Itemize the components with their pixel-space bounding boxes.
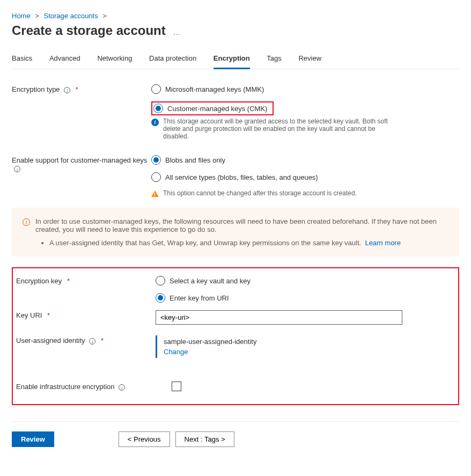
infra-encryption-checkbox[interactable]	[172, 382, 181, 391]
info-text: This storage account will be granted acc…	[163, 118, 394, 140]
label-text: Key URI	[16, 311, 42, 319]
identity-display: sample-user-assigned-identity Change	[156, 335, 455, 358]
highlight-frame-2: Encryption key * Select a key vault and …	[12, 267, 459, 405]
review-button[interactable]: Review	[12, 431, 54, 447]
info-icon: i	[23, 218, 30, 226]
more-actions-icon[interactable]: …	[173, 28, 181, 36]
tab-data-protection[interactable]: Data protection	[149, 50, 196, 68]
encryption-type-label: Encryption type i *	[12, 84, 151, 93]
prereq-bullet: A user-assigned identity that has Get, W…	[49, 239, 448, 247]
breadcrumb-home[interactable]: Home	[12, 12, 31, 20]
radio-icon	[151, 84, 161, 94]
tab-advanced[interactable]: Advanced	[49, 50, 80, 68]
key-uri-label: Key URI *	[16, 310, 156, 319]
infra-encryption-label: Enable infrastructure encryption i	[16, 382, 172, 391]
radio-label: Microsoft-managed keys (MMK)	[165, 85, 264, 93]
label-text: User-assigned identity	[16, 336, 85, 345]
cmk-info-banner: i This storage account will be granted a…	[151, 118, 459, 140]
radio-icon-selected	[151, 155, 161, 165]
footer-buttons: Review < Previous Next : Tags >	[12, 431, 459, 447]
key-uri-input[interactable]	[156, 310, 402, 325]
tab-review[interactable]: Review	[298, 50, 321, 68]
radio-icon	[156, 276, 165, 285]
tab-tags[interactable]: Tags	[267, 50, 281, 68]
info-icon[interactable]: i	[14, 166, 20, 172]
radio-mmk[interactable]: Microsoft-managed keys (MMK)	[151, 84, 459, 94]
tab-bar: Basics Advanced Networking Data protecti…	[12, 50, 459, 69]
footer-separator	[12, 421, 459, 422]
radio-enter-uri[interactable]: Enter key from URI	[156, 293, 455, 303]
support-warning: This option cannot be changed after this…	[151, 189, 459, 197]
required-indicator: *	[47, 311, 50, 319]
radio-icon-selected	[156, 293, 165, 303]
radio-icon-selected	[153, 104, 163, 113]
info-icon: i	[151, 119, 159, 126]
highlight-frame: Customer-managed keys (CMK)	[151, 101, 274, 115]
next-button[interactable]: Next : Tags >	[175, 431, 234, 447]
tab-networking[interactable]: Networking	[97, 50, 132, 68]
radio-cmk[interactable]: Customer-managed keys (CMK)	[153, 104, 267, 113]
radio-blobs-files[interactable]: Blobs and files only	[151, 155, 459, 165]
label-text: Enable infrastructure encryption	[16, 383, 115, 391]
breadcrumb: Home > Storage accounts >	[12, 12, 459, 20]
learn-more-link[interactable]: Learn more	[365, 239, 400, 247]
radio-select-keyvault[interactable]: Select a key vault and key	[156, 276, 455, 285]
info-icon[interactable]: i	[64, 87, 70, 93]
info-icon[interactable]: i	[89, 338, 95, 345]
label-text: Encryption key	[16, 277, 62, 285]
warning-text: This option cannot be changed after this…	[163, 189, 357, 197]
page-title: Create a storage account	[12, 23, 166, 38]
warning-icon	[151, 191, 159, 197]
radio-icon	[151, 172, 161, 182]
encryption-key-label: Encryption key *	[16, 276, 156, 285]
breadcrumb-storage-accounts[interactable]: Storage accounts	[44, 12, 98, 20]
radio-label: Customer-managed keys (CMK)	[167, 105, 267, 113]
identity-name: sample-user-assigned-identity	[164, 338, 455, 346]
required-indicator: *	[101, 336, 104, 345]
user-identity-label: User-assigned identity i *	[16, 335, 156, 345]
radio-label: Select a key vault and key	[170, 277, 251, 285]
radio-label: Blobs and files only	[165, 156, 225, 164]
radio-label: All service types (blobs, files, tables,…	[165, 173, 318, 181]
required-indicator: *	[67, 277, 70, 285]
previous-button[interactable]: < Previous	[119, 431, 170, 447]
radio-all-services[interactable]: All service types (blobs, files, tables,…	[151, 172, 459, 182]
radio-label: Enter key from URI	[170, 294, 229, 302]
chevron-right-icon: >	[35, 12, 39, 20]
tab-encryption[interactable]: Encryption	[214, 50, 250, 69]
chevron-right-icon: >	[102, 12, 107, 20]
tab-basics[interactable]: Basics	[12, 50, 32, 68]
prereq-bullet-text: A user-assigned identity that has Get, W…	[49, 239, 361, 247]
page-header: Create a storage account …	[12, 23, 459, 50]
change-identity-link[interactable]: Change	[164, 348, 188, 356]
label-text: Encryption type	[12, 85, 60, 93]
info-icon[interactable]: i	[119, 384, 125, 391]
prerequisites-info-box: i In order to use customer-managed keys,…	[12, 208, 459, 257]
enable-support-label: Enable support for customer-managed keys…	[12, 155, 151, 172]
prereq-text: In order to use customer-managed keys, t…	[35, 217, 437, 233]
label-text: Enable support for customer-managed keys	[12, 156, 147, 164]
required-indicator: *	[76, 85, 78, 93]
